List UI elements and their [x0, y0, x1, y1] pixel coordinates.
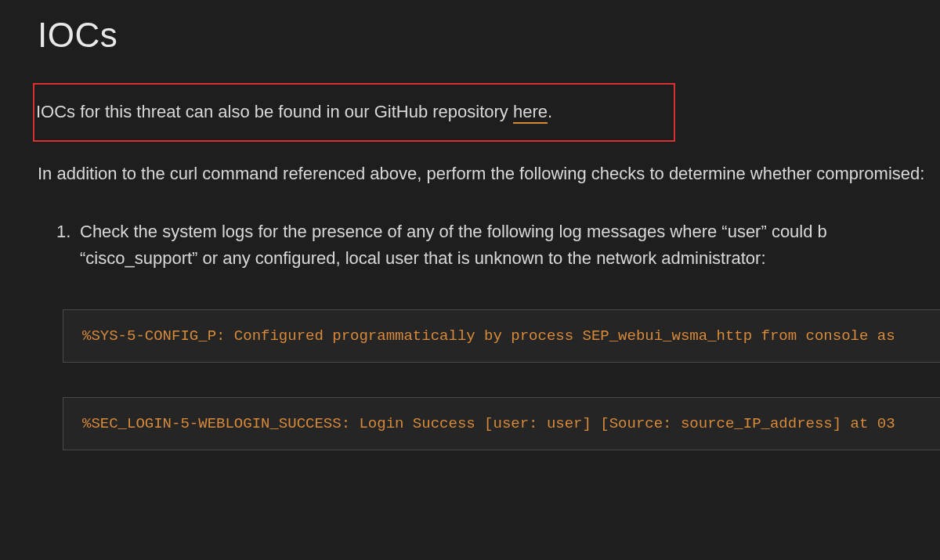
checks-list: 1. Check the system logs for the presenc…	[38, 219, 940, 272]
highlighted-callout: IOCs for this threat can also be found i…	[33, 83, 675, 142]
list-item-text: Check the system logs for the presence o…	[80, 222, 827, 268]
github-link[interactable]: here	[513, 102, 548, 124]
log-code-block-2: %SEC_LOGIN-5-WEBLOGIN_SUCCESS: Login Suc…	[63, 397, 940, 450]
intro-paragraph: IOCs for this threat can also be found i…	[36, 99, 667, 125]
list-item-1: 1. Check the system logs for the presenc…	[63, 219, 940, 272]
section-heading: IOCs	[38, 16, 940, 55]
log-code-block-1: %SYS-5-CONFIG_P: Configured programmatic…	[63, 309, 940, 363]
body-paragraph: In addition to the curl command referenc…	[38, 161, 940, 187]
intro-prefix: IOCs for this threat can also be found i…	[36, 102, 513, 121]
intro-suffix: .	[548, 102, 552, 121]
list-marker: 1.	[56, 219, 70, 245]
